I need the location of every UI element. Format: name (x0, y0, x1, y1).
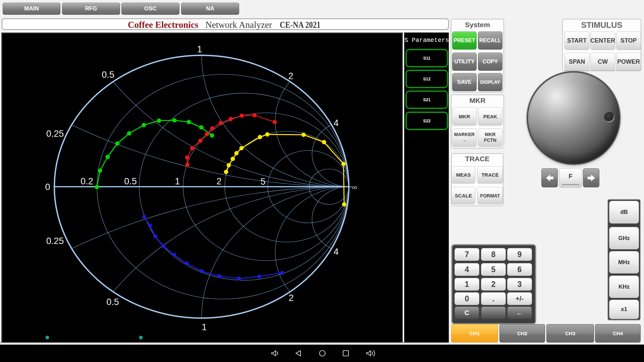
svg-text:4: 4 (333, 247, 338, 257)
svg-text:2: 2 (216, 176, 221, 186)
svg-text:∞: ∞ (352, 183, 357, 191)
svg-text:5: 5 (260, 177, 265, 187)
svg-text:4: 4 (333, 118, 338, 128)
svg-text:2: 2 (288, 71, 293, 81)
svg-text:0.5: 0.5 (106, 297, 119, 307)
svg-text:0.5: 0.5 (102, 70, 114, 80)
svg-text:1: 1 (175, 176, 180, 186)
svg-text:0.2: 0.2 (80, 176, 93, 186)
svg-text:1: 1 (202, 322, 207, 332)
svg-text:2: 2 (288, 293, 293, 303)
svg-text:0.25: 0.25 (46, 236, 64, 246)
svg-text:0: 0 (45, 182, 50, 192)
svg-text:1: 1 (197, 44, 202, 54)
svg-text:0.5: 0.5 (124, 176, 137, 186)
svg-text:0.25: 0.25 (46, 129, 64, 139)
